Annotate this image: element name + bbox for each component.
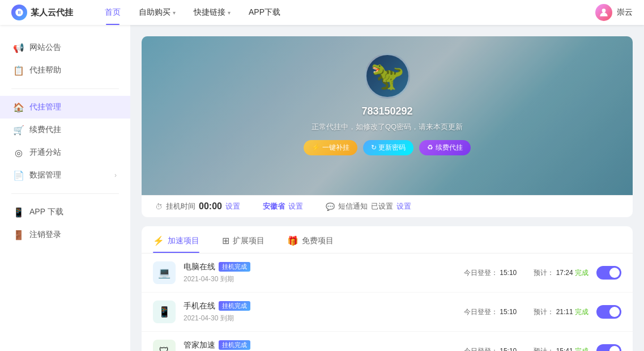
tab-boost[interactable]: ⚡ 加速项目: [153, 235, 199, 253]
sidebar-item-help[interactable]: 📋 代挂帮助: [0, 59, 130, 82]
sms-info: 💬 短信通知 已设置 设置: [326, 201, 411, 212]
pc-online-icon: 💻: [153, 261, 176, 284]
boost-tab-icon: ⚡: [153, 235, 164, 246]
time-settings-link[interactable]: 设置: [225, 201, 240, 212]
chevron-down-icon: ▾: [228, 10, 231, 16]
profile-banner: 🦖 783150292 正常代挂中，如修改了QQ密码，请来本页更新 ⚡ 一键补挂…: [142, 36, 633, 217]
sidebar-item-subsite[interactable]: ◎ 开通分站: [0, 141, 130, 164]
logo-icon: [11, 5, 27, 20]
logout-icon: 🚪: [14, 230, 24, 240]
time-info: ⏱ 挂机时间 00:00 设置: [155, 201, 240, 212]
page-layout: 📢 网站公告 📋 代挂帮助 🏠 代挂管理 🛒 续费代挂 ◎ 开通分站: [0, 25, 644, 351]
banner-actions: ⚡ 一键补挂 ↻ 更新密码 ♻ 续费代挂: [304, 140, 470, 155]
sidebar-item-data[interactable]: 📄 数据管理 ›: [0, 164, 130, 187]
region-info: 安徽省 设置: [263, 201, 303, 212]
sidebar-item-management[interactable]: 🏠 代挂管理: [0, 96, 130, 119]
banner-avatar: 🦖: [365, 53, 410, 99]
onekey-button[interactable]: ⚡ 一键补挂: [304, 140, 357, 155]
sidebar-section-main: 🏠 代挂管理 🛒 续费代挂 ◎ 开通分站 📄 数据管理 ›: [0, 96, 130, 187]
free-tab-icon: 🎁: [287, 235, 298, 246]
sidebar-item-renewal[interactable]: 🛒 续费代挂: [0, 119, 130, 141]
user-name: 崇云: [617, 7, 633, 18]
sidebar-section-bottom: 📱 APP 下载 🚪 注销登录: [0, 201, 130, 246]
header: 某人云代挂 首页 自助购买 ▾ 快捷链接 ▾ APP下载 崇云: [0, 0, 644, 25]
list-items-container: 💻 电脑在线 挂机完成 2021-04-30 到期 今日登登： 15:10: [142, 253, 633, 351]
list-item: 🛡 管家加速 挂机完成 2021-04-30 到期 今日登登： 15:10: [142, 332, 633, 351]
nav-home[interactable]: 首页: [96, 0, 130, 25]
info-bar: ⏱ 挂机时间 00:00 设置 安徽省 设置 💬 短信通知 已设置 设置: [142, 195, 633, 217]
sidebar-section-top: 📢 网站公告 📋 代挂帮助: [0, 36, 130, 82]
sidebar-divider-1: [11, 88, 119, 89]
region-settings-link[interactable]: 设置: [288, 201, 303, 212]
tabs-header: ⚡ 加速项目 ⊞ 扩展项目 🎁 免费项目: [142, 226, 633, 253]
status-text: 正常代挂中，如修改了QQ密码，请来本页更新: [312, 122, 463, 132]
item-info: 电脑在线 挂机完成 2021-04-30 到期: [184, 262, 456, 284]
time-value: 00:00: [199, 201, 222, 212]
help-icon: 📋: [14, 65, 24, 75]
svg-point-0: [602, 9, 606, 12]
user-area: 崇云: [595, 4, 633, 21]
nav-app[interactable]: APP下载: [240, 0, 289, 25]
header-nav: 首页 自助购买 ▾ 快捷链接 ▾ APP下载: [96, 0, 595, 25]
sidebar-item-announcement[interactable]: 📢 网站公告: [0, 36, 130, 59]
list-item: 📱 手机在线 挂机完成 2021-04-30 到期 今日登登： 15:10: [142, 293, 633, 332]
sidebar: 📢 网站公告 📋 代挂帮助 🏠 代挂管理 🛒 续费代挂 ◎ 开通分站: [0, 25, 130, 351]
list-item: 💻 电脑在线 挂机完成 2021-04-30 到期 今日登登： 15:10: [142, 253, 633, 293]
item-stats: 今日登登： 15:10 预计： 15:41 完成: [464, 346, 588, 352]
clock-icon: ⏱: [155, 202, 163, 211]
main-content: 🦖 783150292 正常代挂中，如修改了QQ密码，请来本页更新 ⚡ 一键补挂…: [130, 25, 644, 351]
item-info: 管家加速 挂机完成 2021-04-30 到期: [184, 340, 456, 352]
item-title: 管家加速 挂机完成: [184, 340, 456, 350]
data-icon: 📄: [14, 170, 24, 180]
chevron-down-icon: ▾: [173, 10, 176, 16]
toggle-pc-online[interactable]: [596, 266, 621, 280]
tab-expand[interactable]: ⊞ 扩展项目: [222, 235, 265, 253]
banner-content: 🦖 783150292 正常代挂中，如修改了QQ密码，请来本页更新 ⚡ 一键补挂…: [142, 36, 633, 155]
app-download-icon: 📱: [14, 207, 24, 217]
item-title: 电脑在线 挂机完成: [184, 262, 456, 272]
item-title: 手机在线 挂机完成: [184, 301, 456, 311]
manager-boost-icon: 🛡: [153, 340, 176, 351]
tabs-card: ⚡ 加速项目 ⊞ 扩展项目 🎁 免费项目 💻: [142, 226, 633, 351]
management-icon: 🏠: [14, 102, 24, 112]
sidebar-divider-2: [11, 193, 119, 194]
logo-text: 某人云代挂: [31, 7, 73, 18]
mobile-online-icon: 📱: [153, 301, 176, 323]
sidebar-item-app[interactable]: 📱 APP 下载: [0, 201, 130, 223]
announcement-icon: 📢: [14, 43, 24, 53]
toggle-manager-boost[interactable]: [596, 344, 621, 351]
item-info: 手机在线 挂机完成 2021-04-30 到期: [184, 301, 456, 323]
sms-icon: 💬: [326, 202, 335, 211]
tab-free[interactable]: 🎁 免费项目: [287, 235, 334, 253]
renewal-icon: 🛒: [14, 125, 24, 135]
continue-button[interactable]: ♻ 续费代挂: [419, 140, 470, 155]
expand-tab-icon: ⊞: [222, 235, 229, 246]
toggle-mobile-online[interactable]: [596, 305, 621, 319]
nav-buy[interactable]: 自助购买 ▾: [130, 0, 185, 25]
banner-background: 🦖 783150292 正常代挂中，如修改了QQ密码，请来本页更新 ⚡ 一键补挂…: [142, 36, 633, 195]
item-stats: 今日登登： 15:10 预计： 17:24 完成: [464, 268, 588, 278]
sidebar-item-logout[interactable]: 🚪 注销登录: [0, 223, 130, 246]
sms-settings-link[interactable]: 设置: [396, 201, 411, 212]
item-stats: 今日登登： 15:10 预计： 21:11 完成: [464, 307, 588, 317]
subsite-icon: ◎: [14, 147, 24, 158]
chevron-right-icon: ›: [114, 171, 117, 179]
update-password-button[interactable]: ↻ 更新密码: [363, 140, 413, 155]
avatar: [595, 4, 612, 21]
logo: 某人云代挂: [11, 5, 73, 20]
region-value: 安徽省: [263, 201, 285, 212]
nav-links[interactable]: 快捷链接 ▾: [185, 0, 240, 25]
qq-number: 783150292: [361, 105, 412, 117]
